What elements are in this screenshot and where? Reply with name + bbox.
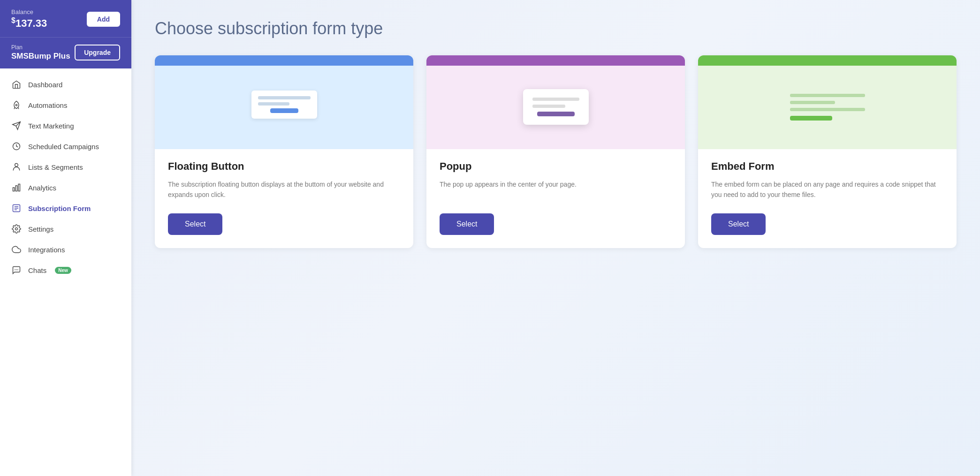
sidebar-item-label: Automations: [28, 101, 67, 109]
svg-point-13: [17, 270, 18, 271]
megaphone-icon: [11, 121, 22, 131]
embed-line-2: [790, 101, 835, 104]
svg-rect-4: [15, 186, 17, 191]
sidebar-item-label: Dashboard: [28, 81, 62, 89]
float-card: [251, 91, 317, 119]
plan-label: Plan: [11, 44, 70, 51]
popup-card-body: Popup The pop up appears in the center o…: [426, 149, 685, 248]
sidebar: Balance $137.33 Add Plan SMSBump Plus Up…: [0, 0, 131, 476]
sidebar-item-subscription-form[interactable]: Subscription Form: [0, 198, 131, 219]
embed-form-title: Embed Form: [711, 160, 943, 173]
person-icon: [11, 162, 22, 172]
sidebar-item-dashboard[interactable]: Dashboard: [0, 74, 131, 95]
floating-button-card-body: Floating Button The subscription floatin…: [155, 149, 413, 248]
svg-point-2: [15, 164, 18, 167]
sidebar-item-analytics[interactable]: Analytics: [0, 177, 131, 198]
sidebar-item-label: Settings: [28, 225, 53, 233]
currency-symbol: $: [11, 16, 15, 24]
sidebar-item-automations[interactable]: Automations: [0, 95, 131, 115]
rocket-icon: [11, 100, 22, 110]
popup-btn-preview: [537, 112, 575, 116]
gear-icon: [11, 224, 22, 234]
popup-modal: [523, 89, 589, 125]
home-icon: [11, 79, 22, 90]
floating-button-title: Floating Button: [168, 160, 400, 173]
floating-button-select[interactable]: Select: [168, 213, 222, 235]
float-line-1: [258, 96, 311, 99]
upgrade-button[interactable]: Upgrade: [75, 45, 120, 60]
balance-amount: $137.33: [11, 16, 47, 30]
float-line-2: [258, 102, 289, 106]
popup-select[interactable]: Select: [440, 213, 494, 235]
chat-icon: [11, 265, 22, 275]
floating-button-card: Floating Button The subscription floatin…: [155, 55, 413, 248]
sidebar-item-chats[interactable]: Chats New: [0, 260, 131, 280]
svg-point-12: [16, 270, 17, 271]
svg-point-11: [15, 270, 15, 271]
sidebar-item-label: Text Marketing: [28, 122, 74, 130]
embed-form-select[interactable]: Select: [711, 213, 766, 235]
popup-card: Popup The pop up appears in the center o…: [426, 55, 685, 248]
browser-bar: [426, 55, 685, 66]
embed-form-desc: The embed form can be placed on any page…: [711, 179, 943, 200]
balance-info: Balance $137.33: [11, 8, 47, 30]
sidebar-header: Balance $137.33 Add Plan SMSBump Plus Up…: [0, 0, 131, 68]
popup-desc: The pop up appears in the center of your…: [440, 179, 672, 200]
plan-name: SMSBump Plus: [11, 52, 70, 61]
embed-line-3: [790, 108, 865, 111]
form-icon: [11, 203, 22, 213]
sidebar-item-text-marketing[interactable]: Text Marketing: [0, 115, 131, 136]
svg-point-0: [15, 105, 17, 106]
sidebar-item-integrations[interactable]: Integrations: [0, 239, 131, 260]
clock-icon: [11, 141, 22, 151]
browser-bar: [155, 55, 413, 66]
embed-form-card: Embed Form The embed form can be placed …: [698, 55, 957, 248]
sidebar-item-label: Analytics: [28, 184, 56, 192]
main-content: Choose subscription form type Floating B…: [131, 0, 980, 476]
browser-bar: [698, 55, 957, 66]
embed-content: [790, 94, 865, 121]
popup-title: Popup: [440, 160, 672, 173]
embed-line-1: [790, 94, 865, 97]
svg-rect-5: [18, 184, 20, 191]
add-button[interactable]: Add: [87, 12, 120, 27]
balance-value: 137.33: [15, 17, 47, 29]
plan-info: Plan SMSBump Plus: [11, 44, 70, 61]
sidebar-item-label: Subscription Form: [28, 204, 91, 212]
svg-rect-3: [13, 188, 15, 191]
balance-section: Balance $137.33 Add: [0, 0, 131, 38]
svg-point-10: [15, 228, 18, 230]
sidebar-item-label: Scheduled Campaigns: [28, 143, 99, 151]
sidebar-item-settings[interactable]: Settings: [0, 219, 131, 239]
embed-form-preview: [698, 55, 957, 149]
popup-line-2: [532, 105, 565, 108]
sidebar-item-label: Integrations: [28, 246, 65, 254]
cloud-icon: [11, 244, 22, 255]
float-btn-preview: [270, 108, 298, 113]
sidebar-item-scheduled-campaigns[interactable]: Scheduled Campaigns: [0, 136, 131, 157]
floating-content: [251, 91, 317, 123]
popup-preview: [426, 55, 685, 149]
cards-container: Floating Button The subscription floatin…: [155, 55, 957, 248]
plan-section: Plan SMSBump Plus Upgrade: [0, 38, 131, 68]
page-title: Choose subscription form type: [155, 19, 957, 38]
balance-label: Balance: [11, 8, 47, 15]
chart-icon: [11, 182, 22, 193]
embed-form-card-body: Embed Form The embed form can be placed …: [698, 149, 957, 248]
sidebar-item-label: Chats: [28, 266, 46, 274]
sidebar-nav: Dashboard Automations Text Marketing Sch…: [0, 68, 131, 476]
embed-btn-preview: [790, 116, 832, 121]
popup-line-1: [532, 98, 579, 101]
new-badge: New: [55, 267, 71, 274]
sidebar-item-label: Lists & Segments: [28, 163, 83, 171]
floating-button-desc: The subscription floating button display…: [168, 179, 400, 200]
sidebar-item-lists-segments[interactable]: Lists & Segments: [0, 157, 131, 177]
floating-button-preview: [155, 55, 413, 149]
